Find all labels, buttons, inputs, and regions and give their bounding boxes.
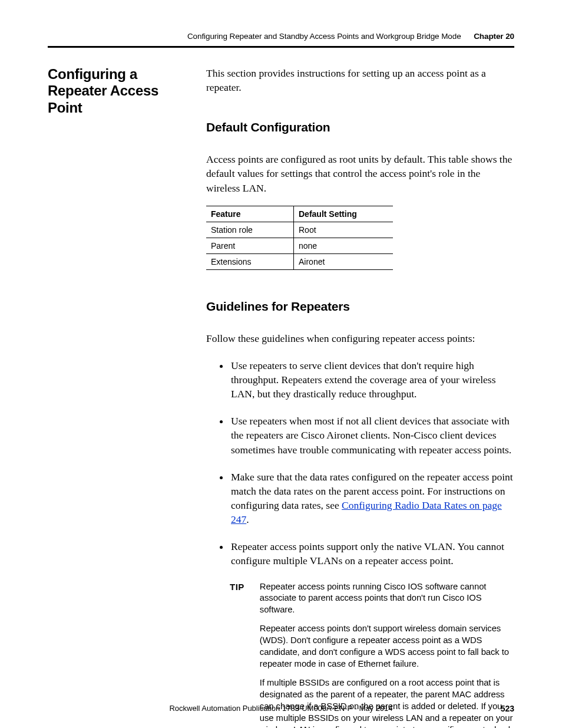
page: Configuring Repeater and Standby Access … [0,0,562,728]
default-settings-table: Feature Default Setting Station role Roo… [206,206,393,270]
header-chapter: Chapter 20 [474,32,514,41]
body-column: This section provides instructions for s… [206,67,514,728]
tip-paragraph: If multiple BSSIDs are configured on a r… [260,677,514,728]
running-header: Configuring Repeater and Standby Access … [48,32,514,41]
table-cell-default: none [294,238,394,253]
table-cell-default: Aironet [294,253,394,269]
table-cell-feature: Extensions [206,253,294,269]
default-config-paragraph: Access points are configured as root uni… [206,152,514,195]
list-item-posttext: . [246,513,249,525]
table-header-feature: Feature [206,206,294,222]
table-header-default: Default Setting [294,206,394,222]
table-row: Extensions Aironet [206,253,393,269]
tip-label: TIP [230,582,244,592]
list-item: Repeater access points support only the … [230,539,514,568]
page-footer: Rockwell Automation Publication 1783-UM0… [48,704,514,713]
table-cell-feature: Station role [206,222,294,238]
list-item: Use repeaters when most if not all clien… [230,414,514,456]
table-cell-default: Root [294,222,394,238]
table-header-row: Feature Default Setting [206,206,393,222]
heading-guidelines: Guidelines for Repeaters [206,299,514,314]
list-item: Use repeaters to serve client devices th… [230,358,514,401]
table-row: Parent none [206,238,393,253]
tip-paragraph: Repeater access points running Cisco IOS… [260,581,514,617]
footer-page-number: 523 [501,704,514,713]
footer-publication: Rockwell Automation Publication 1783-UM0… [48,704,514,713]
header-doc-title: Configuring Repeater and Standby Access … [187,32,461,41]
guidelines-list: Use repeaters to serve client devices th… [206,358,514,568]
table-cell-feature: Parent [206,238,294,253]
intro-paragraph: This section provides instructions for s… [206,67,514,94]
list-item: Make sure that the data rates configured… [230,470,514,527]
heading-default-configuration: Default Configuration [206,120,514,134]
table-row: Station role Root [206,222,393,238]
tip-paragraph: Repeater access points don't support wir… [260,623,514,670]
section-side-heading: Configuring a Repeater Access Point [48,66,192,116]
guidelines-section: Guidelines for Repeaters Follow these gu… [206,299,514,728]
guidelines-intro: Follow these guidelines when configuring… [206,331,514,345]
header-rule [48,46,514,48]
